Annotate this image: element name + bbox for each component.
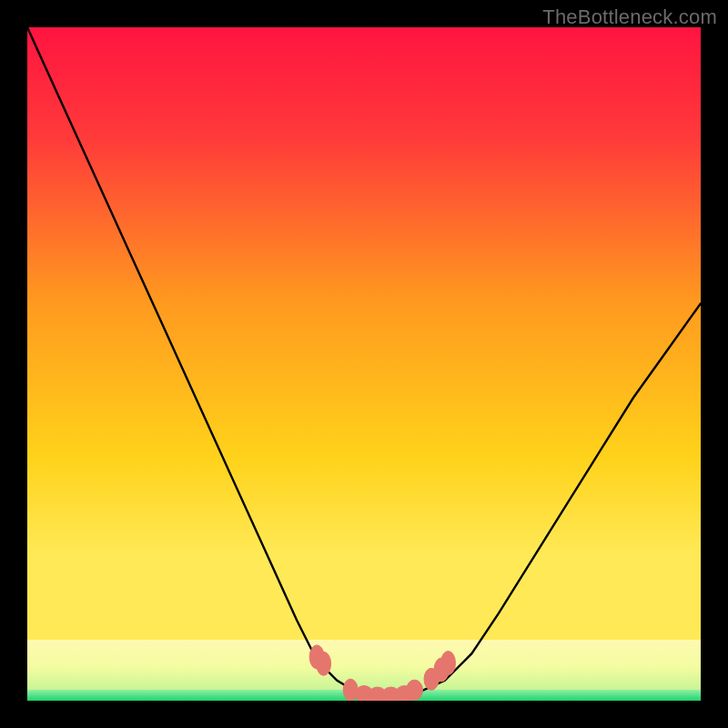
- highlight-dot: [317, 652, 331, 675]
- highlight-dot: [441, 652, 456, 675]
- highlight-dot: [407, 680, 423, 700]
- gradient-background: [27, 27, 701, 640]
- plot-area: [27, 27, 701, 701]
- pale-band: [27, 640, 701, 690]
- chart-svg: [27, 27, 701, 701]
- watermark-text: TheBottleneck.com: [542, 5, 717, 29]
- chart-stage: TheBottleneck.com: [0, 0, 728, 728]
